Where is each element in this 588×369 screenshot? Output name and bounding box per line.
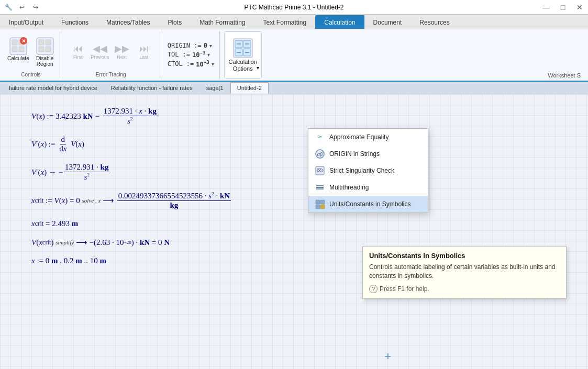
calc-options-label: CalculationOptions xyxy=(229,59,257,72)
multithreading-label: Multithreading xyxy=(329,184,369,191)
tol-row: TOL := 10-3 ▾ xyxy=(168,50,214,59)
calc-icon-svg: ✕ xyxy=(9,37,28,55)
title-bar: 🔧 ↩ ↪ PTC Mathcad Prime 3.1 - Untitled-2… xyxy=(0,0,588,15)
calc-options-button[interactable]: CalculationOptions ▾ xyxy=(224,31,262,79)
next-icon: ▶▶ xyxy=(115,44,129,53)
svg-rect-9 xyxy=(39,47,44,52)
tooltip-description: Controls automatic labeling of certain v… xyxy=(369,263,560,281)
window-controls[interactable]: — □ ✕ xyxy=(538,0,588,15)
first-icon: ⏮ xyxy=(73,44,83,53)
units-symbolics-label: Units/Constants in Symbolics xyxy=(329,200,411,208)
svg-rect-2 xyxy=(12,47,17,52)
ribbon-group-calculate: ✕ Calculate Disable Region Co xyxy=(2,31,60,79)
calculate-icon: ✕ xyxy=(9,37,28,55)
tol-dropdown[interactable]: ▾ xyxy=(207,52,210,58)
origin-strings-icon: αβ xyxy=(315,149,325,159)
minimize-button[interactable]: — xyxy=(538,0,554,15)
ctol-val: 10-3 xyxy=(196,60,209,68)
disable-region-icon xyxy=(36,37,54,55)
ribbon-content: ✕ Calculate Disable Region Co xyxy=(0,29,588,82)
origin-label: ORIGIN := xyxy=(168,42,202,49)
origin-row: ORIGIN := 0 ▾ xyxy=(168,42,214,49)
tab-plots[interactable]: Plots xyxy=(159,15,191,29)
tab-math-formatting[interactable]: Math Formatting xyxy=(191,15,254,29)
dropdown-item-approx[interactable]: ≈ Approximate Equality xyxy=(308,129,428,146)
tab-saga[interactable]: saga[1 xyxy=(199,82,230,94)
redo-button[interactable]: ↪ xyxy=(29,1,42,14)
svg-rect-10 xyxy=(46,40,51,45)
help-icon[interactable]: ? xyxy=(369,285,378,293)
controls-label: Controls xyxy=(21,72,40,77)
tab-text-formatting[interactable]: Text Formatting xyxy=(254,15,316,29)
dropdown-menu: ≈ Approximate Equality αβ ORIGIN in Stri… xyxy=(308,128,428,213)
last-button[interactable]: ⏭ Last xyxy=(134,33,154,70)
singularity-icon: ⌦ xyxy=(315,165,325,176)
tol-label: TOL := xyxy=(168,51,190,58)
calculate-button[interactable]: ✕ Calculate xyxy=(5,36,31,62)
ribbon-tabs: Input/Output Functions Matrices/Tables P… xyxy=(0,15,588,29)
tooltip-help-text: Press F1 for help. xyxy=(380,285,429,293)
tab-document[interactable]: Document xyxy=(364,15,411,29)
tol-val: 10-3 xyxy=(192,50,205,59)
error-tracing-label: Error Tracing xyxy=(96,72,126,77)
calculate-label: Calculate xyxy=(7,55,29,61)
tab-failure-rate[interactable]: failure rate model for hybrid device xyxy=(2,82,104,94)
origin-strings-label: ORIGIN in Strings xyxy=(329,150,380,158)
tooltip-box: Units/Constants in Symbolics Controls au… xyxy=(362,246,567,299)
svg-text:⌦: ⌦ xyxy=(317,168,324,173)
svg-rect-29 xyxy=(320,200,325,204)
singularity-label: Strict Singularity Check xyxy=(329,167,394,174)
close-button[interactable]: ✕ xyxy=(571,0,588,15)
tab-functions[interactable]: Functions xyxy=(52,15,97,29)
app-icon: 🔧 xyxy=(2,1,15,14)
tooltip-help: ? Press F1 for help. xyxy=(369,285,560,293)
undo-button[interactable]: ↩ xyxy=(16,1,28,14)
first-button[interactable]: ⏮ First xyxy=(68,33,88,70)
svg-rect-28 xyxy=(316,200,320,204)
worksheet-section-label: Worksheet S xyxy=(542,72,586,81)
svg-rect-4 xyxy=(19,47,24,52)
next-label: Next xyxy=(117,54,127,60)
approx-equality-label: Approximate Equality xyxy=(329,133,389,141)
tab-calculation[interactable]: Calculation xyxy=(315,15,364,29)
calc-options-dropdown-arrow[interactable]: ▾ xyxy=(257,65,259,71)
math-line-1: V(x) := 3.42323 kN − 1372.931 · x · kg s… xyxy=(31,107,588,126)
disable-region-label: Disable Region xyxy=(36,55,53,67)
tab-matrices[interactable]: Matrices/Tables xyxy=(97,15,159,29)
math-line-5: xcrit = 2.493 m xyxy=(31,219,588,228)
multithreading-icon xyxy=(315,182,325,193)
calc-options-icon xyxy=(232,38,253,59)
dropdown-item-singularity[interactable]: ⌦ Strict Singularity Check xyxy=(308,162,428,179)
svg-rect-8 xyxy=(39,40,44,45)
units-symbolics-icon xyxy=(315,199,325,209)
tab-untitled[interactable]: Untitled-2 xyxy=(230,82,269,94)
restore-button[interactable]: □ xyxy=(554,0,571,15)
workspace: V(x) := 3.42323 kN − 1372.931 · x · kg s… xyxy=(0,94,588,369)
ctol-dropdown[interactable]: ▾ xyxy=(212,61,214,67)
origin-dropdown[interactable]: ▾ xyxy=(209,43,212,49)
last-icon: ⏭ xyxy=(139,44,149,53)
app-title: PTC Mathcad Prime 3.1 - Untitled-2 xyxy=(244,4,343,11)
svg-rect-11 xyxy=(46,47,51,52)
origin-val: 0 xyxy=(204,42,207,49)
doc-tabs: failure rate model for hybrid device Rel… xyxy=(0,82,588,94)
dropdown-item-units-symbolics[interactable]: Units/Constants in Symbolics xyxy=(308,196,428,213)
tab-resources[interactable]: Resources xyxy=(411,15,458,29)
plus-button[interactable]: + xyxy=(382,350,394,363)
svg-rect-31 xyxy=(320,205,325,209)
svg-rect-30 xyxy=(316,205,320,209)
svg-rect-1 xyxy=(12,40,17,45)
dropdown-item-origin[interactable]: αβ ORIGIN in Strings xyxy=(308,146,428,162)
ctol-label: CTOL := xyxy=(168,60,194,68)
disable-region-button[interactable]: Disable Region xyxy=(34,36,57,68)
title-bar-left: 🔧 ↩ ↪ xyxy=(2,0,42,15)
tab-reliability[interactable]: Reliability function - failure rates xyxy=(104,82,199,94)
previous-button[interactable]: ◀◀ Previous xyxy=(90,33,110,70)
ribbon-group-nav: ⏮ First ◀◀ Previous ▶▶ Next ⏭ Last Error… xyxy=(62,31,160,79)
dropdown-item-multithreading[interactable]: Multithreading xyxy=(308,179,428,196)
tab-input-output[interactable]: Input/Output xyxy=(0,15,52,29)
first-label: First xyxy=(73,54,83,60)
next-button[interactable]: ▶▶ Next xyxy=(112,33,132,70)
previous-icon: ◀◀ xyxy=(93,44,107,53)
last-label: Last xyxy=(139,54,148,60)
